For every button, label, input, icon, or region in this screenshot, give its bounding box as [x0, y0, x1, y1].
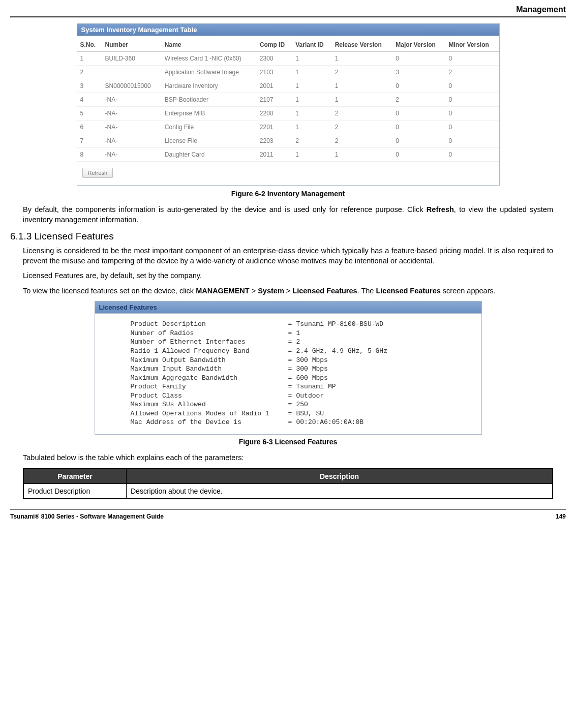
table-cell: 1	[292, 52, 331, 66]
licensed-feature-row: Maximum SUs Allowed= 250	[131, 400, 471, 409]
table-cell: 1	[332, 148, 393, 162]
licensed-features-bold: Licensed Features	[376, 287, 440, 295]
table-cell: 2001	[257, 79, 292, 93]
licensed-feature-value: Outdoor	[296, 391, 324, 401]
licensed-feature-value: BSU, SU	[296, 409, 324, 418]
table-cell: 2011	[257, 148, 292, 162]
licensed-feature-row: Product Description= Tsunami MP-8100-BSU…	[131, 320, 471, 329]
table-cell: SN00000015000	[102, 79, 162, 93]
licensed-feature-value: 300 Mbps	[296, 365, 328, 374]
paragraph-default-set: Licensed Features are, by default, set b…	[23, 271, 553, 281]
licensed-feature-label: Number of Radios	[131, 329, 288, 338]
footer-guide-title: Tsunami® 8100 Series - Software Manageme…	[10, 513, 164, 520]
table-cell: 2	[77, 66, 102, 79]
table-cell: -NA-	[102, 120, 162, 134]
nav-licensed-features: Licensed Features	[292, 287, 357, 295]
col-name: Name	[162, 36, 257, 52]
licensed-feature-value: 2	[296, 338, 300, 347]
text-span: To view the licensed features set on the…	[23, 287, 196, 295]
table-cell: 1	[332, 79, 393, 93]
table-cell: 2	[332, 120, 393, 134]
section-6-1-3-heading: 6.1.3 Licensed Features	[10, 231, 553, 242]
table-row: 4-NA-BSP-Bootloader21071120	[77, 93, 499, 107]
paragraph-tabulated-intro: Tabulated below is the table which expla…	[23, 453, 553, 463]
table-cell: 8	[77, 148, 102, 162]
licensed-features-panel-title: Licensed Features	[95, 301, 481, 314]
equals-sign: =	[288, 374, 296, 383]
licensed-feature-value: Tsunami MP	[296, 382, 336, 391]
table-cell: 0	[445, 52, 499, 66]
licensed-feature-value: 1	[296, 329, 300, 338]
table-cell: 2	[392, 93, 445, 107]
table-cell: License File	[162, 134, 257, 148]
col-compid: Comp ID	[257, 36, 292, 52]
licensed-features-body: Product Description= Tsunami MP-8100-BSU…	[95, 314, 481, 434]
table-cell: 2	[332, 134, 393, 148]
table-cell: 0	[392, 148, 445, 162]
table-cell: 3	[392, 66, 445, 79]
table-row: 8-NA-Daughter Card20111100	[77, 148, 499, 162]
table-cell: 2	[445, 66, 499, 79]
table-row: 1BUILD-360Wireless Card 1 -NIC (0x60)230…	[77, 52, 499, 66]
licensed-feature-value: 250	[296, 400, 308, 409]
licensed-feature-value: 600 Mbps	[296, 374, 328, 383]
equals-sign: =	[288, 365, 296, 374]
table-cell: 2	[332, 107, 393, 120]
text-span: . The	[357, 287, 376, 295]
table-row: 3SN00000015000Hardware Inventory20011100	[77, 79, 499, 93]
table-cell: -NA-	[102, 148, 162, 162]
licensed-feature-row: Mac Address of the Device is= 00:20:A6:0…	[131, 418, 471, 427]
licensed-feature-value: 2.4 GHz, 4.9 GHz, 5 GHz	[296, 347, 387, 356]
table-cell: 2103	[257, 66, 292, 79]
equals-sign: =	[288, 338, 296, 347]
table-cell: Config File	[162, 120, 257, 134]
licensed-feature-row: Allowed Operations Modes of Radio 1= BSU…	[131, 409, 471, 418]
equals-sign: =	[288, 356, 296, 365]
table-row: 2Application Software Image21031232	[77, 66, 499, 79]
table-cell: -NA-	[102, 93, 162, 107]
equals-sign: =	[288, 391, 296, 401]
licensed-feature-row: Product Class= Outdoor	[131, 391, 471, 401]
param-header-parameter: Parameter	[23, 469, 127, 484]
table-cell: 0	[445, 107, 499, 120]
equals-sign: =	[288, 418, 296, 427]
equals-sign: =	[288, 382, 296, 391]
table-cell: 0	[392, 120, 445, 134]
equals-sign: =	[288, 347, 296, 356]
table-cell: BUILD-360	[102, 52, 162, 66]
table-cell: 5	[77, 107, 102, 120]
licensed-feature-value: 00:20:A6:05:0A:0B	[296, 418, 364, 427]
footer-page-number: 149	[556, 513, 566, 520]
table-cell	[102, 66, 162, 79]
table-cell: -NA-	[102, 134, 162, 148]
paragraph-refresh-note: By default, the components information i…	[23, 205, 553, 225]
table-row: Product Description Description about th…	[23, 483, 553, 499]
licensed-feature-value: 300 Mbps	[296, 356, 328, 365]
refresh-button[interactable]: Refresh	[82, 168, 113, 178]
table-cell: 0	[392, 134, 445, 148]
table-cell: 1	[332, 93, 393, 107]
table-cell: 1	[332, 52, 393, 66]
table-cell: BSP-Bootloader	[162, 93, 257, 107]
parameter-table: Parameter Description Product Descriptio…	[23, 468, 553, 499]
inventory-table: S.No. Number Name Comp ID Variant ID Rel…	[77, 36, 499, 162]
table-cell: 1	[292, 66, 331, 79]
param-cell-description: Description about the device.	[127, 483, 553, 499]
param-header-description: Description	[127, 469, 553, 484]
table-cell: 0	[392, 79, 445, 93]
text-span: screen appears.	[441, 287, 496, 295]
table-cell: 0	[445, 79, 499, 93]
paragraph-licensing-intro: Licensing is considered to be the most i…	[23, 246, 553, 266]
table-cell: Enterprise MIB	[162, 107, 257, 120]
table-cell: 1	[292, 93, 331, 107]
licensed-feature-label: Mac Address of the Device is	[131, 418, 288, 427]
licensed-feature-label: Maximum Input Bandwidth	[131, 365, 288, 374]
table-cell: 0	[445, 134, 499, 148]
licensed-feature-row: Product Family= Tsunami MP	[131, 382, 471, 391]
header-divider	[10, 16, 566, 17]
table-cell: 0	[445, 120, 499, 134]
licensed-feature-label: Allowed Operations Modes of Radio 1	[131, 409, 288, 418]
table-row: 6-NA-Config File22011200	[77, 120, 499, 134]
table-cell: Hardware Inventory	[162, 79, 257, 93]
paragraph-navigation: To view the licensed features set on the…	[23, 286, 553, 296]
